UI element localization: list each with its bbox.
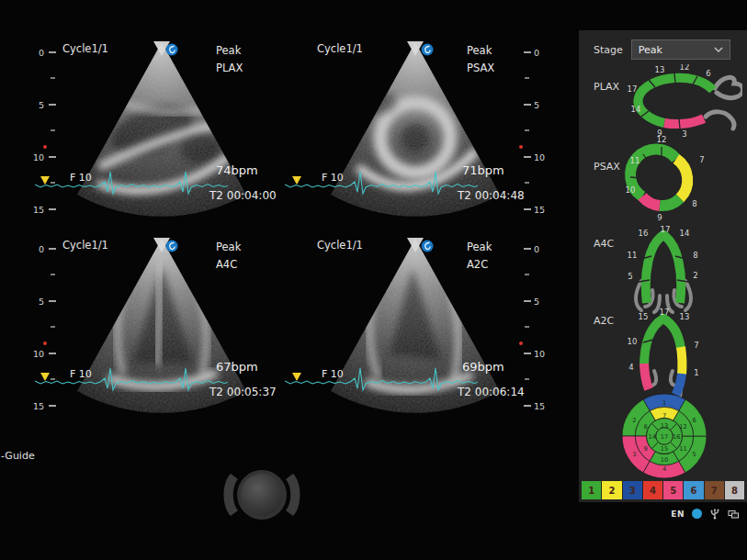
bullseye-number: 5 xyxy=(693,451,696,458)
legend-item-7: 7 xyxy=(705,481,724,499)
vendor-logo-icon xyxy=(165,43,178,56)
segment xyxy=(644,364,649,389)
ruler-label: 15 xyxy=(33,205,44,215)
ruler-label: 15 xyxy=(534,205,545,215)
segment-label: 6 xyxy=(706,69,710,78)
focus-marker xyxy=(43,145,47,149)
plax-segments xyxy=(639,78,713,124)
trackball-right-key xyxy=(286,474,300,516)
focus-marker xyxy=(519,342,523,345)
stage-value: Peak xyxy=(467,239,492,256)
trackball-ball xyxy=(241,474,283,516)
frame-rate: F 10 xyxy=(70,172,92,184)
bullseye-number: 7 xyxy=(662,412,666,420)
ecg-trace xyxy=(35,365,228,397)
vendor-logo-icon xyxy=(421,43,434,56)
segment-label: 10 xyxy=(626,185,636,195)
bullseye-number: 16 xyxy=(673,433,680,441)
bullseye-number: 13 xyxy=(661,422,668,430)
ruler-label: 5 xyxy=(534,297,539,307)
bullseye-number: 2 xyxy=(632,417,636,424)
ruler-label: 0 xyxy=(39,244,44,254)
legend-item-6: 6 xyxy=(684,481,703,499)
segment xyxy=(696,80,713,90)
segment-label: 11 xyxy=(628,251,638,260)
cycle-counter: Cycle1/1 xyxy=(317,239,363,252)
segment-label: 12 xyxy=(657,136,667,144)
bullseye-number: 10 xyxy=(661,456,668,464)
quadrant-a2c[interactable]: 0 5 10 15 Cycle1/1 Peak A2C 69bpm T2 00:… xyxy=(285,233,547,430)
segment xyxy=(680,118,704,124)
status-dot-icon xyxy=(692,509,702,519)
stage-label: Stage xyxy=(594,44,623,56)
frame-rate: F 10 xyxy=(322,368,344,380)
frame-rate: F 10 xyxy=(70,368,92,380)
segment xyxy=(676,374,683,395)
stage-view-labels: Peak PSAX xyxy=(467,42,494,77)
bullseye-number: 4 xyxy=(662,465,666,473)
segment-label: 12 xyxy=(680,64,690,72)
a4c-segment-diagram: 17 16 14 11 8 5 2 xyxy=(606,226,721,314)
ruler-label: 0 xyxy=(534,244,539,254)
segment xyxy=(660,198,680,206)
guide-label: -Guide xyxy=(1,450,35,462)
segment-label: 5 xyxy=(628,272,632,281)
ecg-time-marker xyxy=(292,373,301,381)
segment-label: 1 xyxy=(694,368,698,377)
segment-label: 17 xyxy=(660,308,670,317)
segment-label: 4 xyxy=(628,363,633,372)
stage-value: Peak xyxy=(216,239,241,256)
ruler-label: 15 xyxy=(33,401,44,411)
language-indicator[interactable]: EN xyxy=(671,510,685,519)
ecg-time-marker xyxy=(292,176,301,185)
ruler-label: 5 xyxy=(39,100,44,110)
stage-row: Stage Peak xyxy=(594,39,730,60)
ecg-time-marker xyxy=(40,176,50,185)
segment xyxy=(642,196,660,206)
segment-label: 2 xyxy=(693,271,697,280)
stage-value: Peak xyxy=(216,42,243,60)
legend-item-3: 3 xyxy=(623,481,642,499)
chevron-down-icon xyxy=(714,47,723,52)
segment-label: 15 xyxy=(639,312,649,321)
segment xyxy=(644,319,681,367)
bullseye-number: 9 xyxy=(643,445,647,453)
view-name: A4C xyxy=(216,256,241,274)
ecg-trace xyxy=(35,169,228,200)
psax-segment-diagram: 12 11 10 9 8 7 xyxy=(606,136,721,228)
cycle-counter: Cycle1/1 xyxy=(317,42,363,55)
legend-item-5: 5 xyxy=(663,481,683,499)
segment-label: 13 xyxy=(655,65,665,74)
segment-label: 17 xyxy=(628,84,638,94)
bullseye-number: 12 xyxy=(679,423,686,431)
stage-value: Peak xyxy=(467,42,494,60)
segment-color-legend: 1 2 3 4 5 6 7 8 xyxy=(582,481,744,499)
ruler-label: 0 xyxy=(534,48,539,58)
bullseye-plot: 1 2 3 4 5 6 7 8 9 10 11 12 13 14 15 16 1… xyxy=(621,393,707,479)
segment xyxy=(676,159,687,198)
segment-label: 14 xyxy=(631,105,641,114)
quadrant-a4c[interactable]: 0 5 10 15 Cycle1/1 Peak A4C 67bpm T2 00:… xyxy=(28,233,289,430)
status-bar: EN xyxy=(671,508,740,520)
cycle-counter: Cycle1/1 xyxy=(62,239,108,252)
legend-item-2: 2 xyxy=(602,481,621,499)
segment-label: 7 xyxy=(699,155,704,164)
stage-view-labels: Peak PLAX xyxy=(216,42,243,77)
a2c-segment-diagram: 17 15 13 10 7 4 1 xyxy=(606,308,721,404)
quadrant-plax[interactable]: 0 5 10 15 Cycle1/1 Peak PLAX 74bpm T2 00… xyxy=(28,37,289,233)
strain-results-panel: Stage Peak PLAX xyxy=(579,30,747,502)
stage-dropdown[interactable]: Peak xyxy=(631,39,730,60)
stage-view-labels: Peak A2C xyxy=(467,239,492,274)
view-name: PSAX xyxy=(467,60,494,77)
bullseye-number: 14 xyxy=(648,433,655,441)
segment-label: 7 xyxy=(694,341,698,350)
bullseye-number: 11 xyxy=(679,445,686,453)
view-name: A2C xyxy=(467,256,492,274)
bullseye-number: 3 xyxy=(632,451,636,458)
segment xyxy=(664,123,680,124)
ruler-label: 10 xyxy=(33,152,44,162)
trackball-indicator xyxy=(214,468,310,521)
legend-item-1: 1 xyxy=(582,481,601,499)
frame-rate: F 10 xyxy=(322,172,344,184)
quadrant-psax[interactable]: 0 5 10 15 Cycle1/1 Peak PSAX 71bpm T2 00… xyxy=(285,37,547,233)
